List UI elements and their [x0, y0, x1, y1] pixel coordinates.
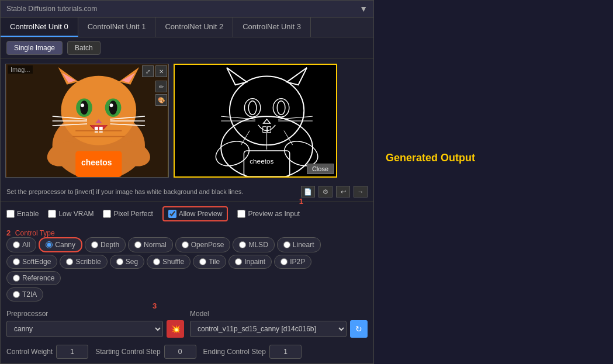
starting-step-item: Starting Control Step: [95, 345, 196, 359]
single-image-btn[interactable]: Single Image: [6, 41, 63, 55]
pixelperfect-checkbox-item: Pixel Perfect: [103, 210, 153, 218]
model-label: Model: [190, 310, 368, 318]
cat-svg: cheetos: [6, 64, 168, 177]
dropdown-arrow-icon[interactable]: ▼: [359, 4, 368, 13]
allowpreview-checkbox-item: Allow Preview: [162, 206, 228, 221]
hint-row: Set the preprocessor to [invert] if your…: [1, 182, 373, 202]
model-controls: control_v11p_sd15_canny [d14c016b] ↻: [190, 320, 368, 338]
starting-step-input[interactable]: [164, 345, 196, 359]
lowvram-checkbox-item: Low VRAM: [48, 210, 93, 218]
tab-controlnet-3[interactable]: ControlNet Unit 3: [233, 18, 311, 37]
radio-openpose[interactable]: OpenPose: [175, 237, 231, 252]
radio-depth[interactable]: Depth: [85, 237, 126, 252]
badge-1: 1: [299, 197, 303, 206]
top-bar: Stable Diffusion tutorials.com ▼: [1, 1, 373, 18]
input-image-label: Imag...: [8, 65, 33, 74]
previewinput-label: Preview as Input: [248, 210, 300, 218]
input-close-btn[interactable]: ✕: [155, 65, 167, 77]
ending-step-label: Ending Control Step: [203, 348, 266, 356]
enable-checkbox-item: Enable: [6, 210, 39, 218]
tabs-row: ControlNet Unit 0 ControlNet Unit 1 Cont…: [1, 18, 373, 37]
preprocessor-select[interactable]: canny: [6, 321, 163, 337]
allowpreview-checkbox[interactable]: [168, 210, 176, 218]
edge-svg: cheetos: [175, 65, 336, 176]
ending-step-input[interactable]: [269, 345, 302, 359]
control-weight-input[interactable]: [56, 345, 88, 359]
previewinput-checkbox-item: Preview as Input: [237, 210, 300, 218]
radio-scribble[interactable]: Scribble: [60, 255, 107, 269]
allowpreview-label: Allow Preview: [179, 210, 223, 218]
top-bar-title: Stable Diffusion tutorials.com: [6, 5, 97, 13]
badge-3: 3: [153, 301, 157, 310]
enable-label: Enable: [17, 210, 39, 218]
image-type-row: Single Image Batch: [1, 37, 373, 59]
control-weight-item: Control Weight: [6, 345, 88, 359]
left-panel: Stable Diffusion tutorials.com ▼ Control…: [0, 0, 374, 364]
radio-ip2p[interactable]: IP2P: [274, 255, 311, 269]
radio-all[interactable]: All: [6, 237, 36, 252]
radio-tile[interactable]: Tile: [193, 255, 226, 269]
previewinput-checkbox[interactable]: [237, 210, 245, 218]
svg-point-12: [110, 103, 113, 107]
weight-row: Control Weight Starting Control Step End…: [1, 341, 373, 362]
radio-buttons-row: All Canny Depth Normal OpenPose: [6, 237, 368, 252]
lowvram-checkbox[interactable]: [48, 210, 56, 218]
radio-lineart[interactable]: Lineart: [277, 237, 321, 252]
hint-icon-3[interactable]: ↩: [336, 186, 350, 197]
lowvram-label: Low VRAM: [58, 210, 93, 218]
batch-btn[interactable]: Batch: [67, 41, 101, 55]
close-preview-btn[interactable]: Close: [307, 164, 334, 174]
control-type-label: Control Type: [15, 229, 55, 237]
refresh-btn[interactable]: ↻: [350, 320, 368, 338]
model-select[interactable]: control_v11p_sd15_canny [d14c016b]: [190, 321, 347, 337]
preview-image-box: Prepr... ⬇: [174, 64, 337, 178]
input-expand-btn[interactable]: ⤢: [142, 65, 154, 77]
input-image-box: Imag... ⤢ ✕: [5, 64, 169, 178]
svg-point-10: [109, 100, 117, 115]
svg-rect-15: [99, 127, 103, 133]
preprocessor-section: Preprocessor 3 canny 💥: [6, 310, 184, 338]
hint-icon-1[interactable]: 📄: [301, 186, 315, 197]
preprocessor-model-row: Preprocessor 3 canny 💥 Model control_v11…: [1, 306, 373, 341]
radio-shuffle[interactable]: Shuffle: [147, 255, 191, 269]
starting-step-label: Starting Control Step: [95, 348, 160, 356]
radio-t2ia[interactable]: T2IA: [6, 287, 43, 301]
radio-mlsd[interactable]: MLSD: [233, 237, 274, 252]
ending-step-item: Ending Control Step: [203, 345, 302, 359]
svg-point-11: [81, 103, 84, 107]
svg-point-2: [61, 76, 136, 145]
radio-buttons-row-3: T2IA: [6, 287, 368, 301]
badge-2: 2: [6, 228, 11, 237]
input-image-controls: ⤢ ✕: [142, 65, 167, 77]
radio-canny[interactable]: Canny: [39, 237, 82, 252]
radio-softedge[interactable]: SoftEdge: [6, 255, 57, 269]
radio-reference[interactable]: Reference: [6, 271, 61, 285]
enable-checkbox[interactable]: [6, 210, 15, 218]
preprocessor-label: Preprocessor: [6, 310, 184, 318]
model-section: Model control_v11p_sd15_canny [d14c016b]…: [190, 310, 368, 338]
images-row: Imag... ⤢ ✕: [1, 59, 373, 182]
radio-buttons-row-2: SoftEdge Scribble Seg Shuffle Tile: [6, 255, 368, 285]
main-container: Stable Diffusion tutorials.com ▼ Control…: [0, 0, 613, 364]
tab-controlnet-1[interactable]: ControlNet Unit 1: [78, 18, 156, 37]
pixelperfect-checkbox[interactable]: [103, 210, 111, 218]
preprocessor-controls: canny 💥: [6, 320, 184, 338]
hint-icon-2[interactable]: ⚙: [318, 186, 333, 197]
tab-controlnet-0[interactable]: ControlNet Unit 0: [1, 18, 78, 37]
checkboxes-row: 1 Enable Low VRAM Pixel Perfect Allow Pr…: [1, 202, 373, 226]
hint-text: Set the preprocessor to [invert] if your…: [6, 188, 295, 195]
tab-controlnet-2[interactable]: ControlNet Unit 2: [155, 18, 233, 37]
edge-image: cheetos: [175, 65, 336, 176]
svg-text:cheetos: cheetos: [81, 158, 112, 167]
right-panel: Generated Output: [374, 0, 613, 364]
radio-seg[interactable]: Seg: [110, 255, 144, 269]
radio-inpaint[interactable]: Inpaint: [228, 255, 272, 269]
control-weight-label: Control Weight: [6, 348, 53, 356]
radio-normal[interactable]: Normal: [128, 237, 173, 252]
input-color-btn[interactable]: 🎨: [155, 94, 167, 106]
hint-icons: 📄 ⚙ ↩ →: [301, 186, 368, 197]
svg-rect-14: [95, 127, 98, 133]
fire-btn[interactable]: 💥: [167, 320, 184, 338]
input-edit-btn[interactable]: ✏: [155, 81, 167, 92]
hint-icon-4[interactable]: →: [354, 186, 368, 197]
